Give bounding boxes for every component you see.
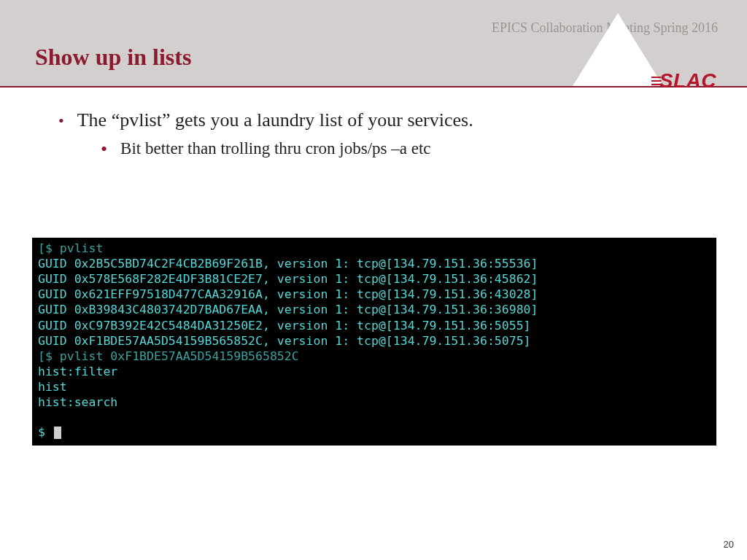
triangle-notch [573, 13, 663, 86]
terminal-line: [$ pvlist 0xF1BDE57AA5D54159B565852C [38, 349, 711, 364]
terminal-line: GUID 0xC97B392E42C5484DA31250E2, version… [38, 318, 711, 333]
terminal-line: hist:search [38, 394, 711, 410]
terminal-line: GUID 0x621EFF97518D477CAA32916A, version… [38, 287, 711, 302]
terminal-line: hist:filter [38, 364, 711, 379]
terminal-line: GUID 0x578E568F282E4DF3B81CE2E7, version… [38, 271, 711, 287]
terminal-output: [$ pvlist GUID 0x2B5C5BD74C2F4CB2B69F261… [32, 238, 716, 446]
terminal-prompt: $ [38, 424, 711, 440]
terminal-line: GUID 0x2B5C5BD74C2F4CB2B69F261B, version… [38, 256, 711, 271]
bullet-level2: • Bit better than trolling thru cron job… [101, 139, 703, 158]
bullet-text: The “pvlist” gets you a laundry list of … [77, 109, 473, 131]
terminal-line: GUID 0xF1BDE57AA5D54159B565852C, version… [38, 333, 711, 349]
slide-title: Show up in lists [35, 44, 191, 71]
terminal-line: [$ pvlist [38, 241, 711, 256]
terminal-line: hist [38, 379, 711, 394]
bullet-level1: • The “pvlist” gets you a laundry list o… [58, 109, 703, 131]
terminal-line: GUID 0xB39843C4803742D7BAD67EAA, version… [38, 302, 711, 317]
page-number: 20 [724, 539, 734, 550]
cursor-icon [54, 427, 61, 439]
bullet-text: Bit better than trolling thru cron jobs/… [120, 139, 430, 158]
slac-logo: ≡SLAC [650, 69, 716, 93]
title-underline [0, 86, 747, 88]
header-band: EPICS Collaboration Meeting Spring 2016 … [0, 0, 747, 86]
bullet-dot-icon: • [58, 113, 64, 129]
bullet-dot-icon: • [101, 140, 107, 159]
body-area: • The “pvlist” gets you a laundry list o… [44, 109, 703, 158]
